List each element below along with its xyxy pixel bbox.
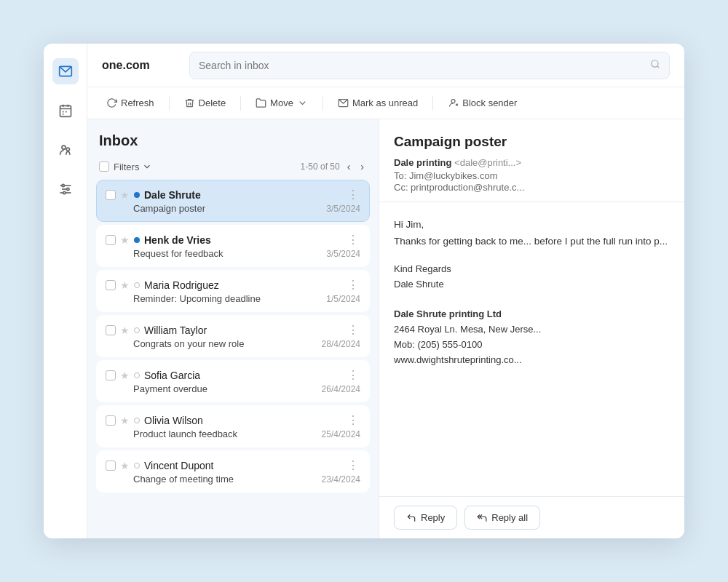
email-checkbox[interactable] [106,280,116,290]
email-checkbox[interactable] [106,190,116,200]
filter-button[interactable]: Filters [114,162,152,172]
read-dot [134,418,140,423]
email-item-top: ★ Vincent Dupont ⋮ [106,458,360,472]
svg-rect-1 [60,105,71,116]
search-bar[interactable] [189,52,670,79]
svg-point-14 [66,188,68,190]
more-options-icon[interactable]: ⋮ [346,458,360,472]
email-checkbox[interactable] [106,370,116,380]
email-checkbox[interactable] [106,325,116,335]
email-checkbox[interactable] [106,235,116,245]
filter-row: Filters 1-50 of 50 ‹ › [96,156,370,180]
sidebar-item-calendar[interactable] [52,97,79,124]
more-options-icon[interactable]: ⋮ [346,413,360,427]
unread-dot [134,237,140,243]
block-sender-label: Block sender [462,97,517,108]
email-item[interactable]: ★ Dale Shrute ⋮ Campaign poster 3/5/2024 [96,180,370,222]
email-item[interactable]: ★ William Taylor ⋮ Congrats on your new … [96,315,370,357]
email-item[interactable]: ★ Henk de Vries ⋮ Request for feedback 3… [96,225,370,267]
more-options-icon[interactable]: ⋮ [346,368,360,382]
star-icon[interactable]: ★ [120,324,130,336]
header: one.com [87,44,684,87]
email-subject-row: Congrats on your new role 28/4/2024 [106,338,360,349]
move-label: Move [270,97,293,108]
block-icon [448,97,459,108]
select-all-checkbox[interactable] [99,162,109,172]
refresh-button[interactable]: Refresh [99,94,162,112]
email-subject: Product launch feedback [133,428,237,439]
mark-unread-button[interactable]: Mark as unread [331,94,425,112]
read-dot [134,282,140,288]
read-dot [134,327,140,333]
reply-all-button[interactable]: Reply all [464,506,540,530]
email-date: 3/5/2024 [326,249,360,259]
email-checkbox[interactable] [106,461,116,471]
email-subject-row: Reminder: Upcoming deadline 1/5/2024 [106,293,360,304]
email-item-top: ★ Maria Rodriguez ⋮ [106,278,360,292]
mark-unread-label: Mark as unread [352,97,418,108]
toolbar-sep-2 [240,96,241,111]
email-date: 23/4/2024 [322,474,360,485]
toolbar: Refresh Delete Move [87,87,684,119]
next-page-button[interactable]: › [357,159,367,174]
refresh-label: Refresh [121,97,154,108]
body-content: Thanks for getting back to me... before … [394,234,670,250]
filter-left: Filters [99,162,152,172]
svg-point-13 [62,184,64,186]
email-item-top: ★ Henk de Vries ⋮ [106,233,360,247]
sidebar-item-settings[interactable] [52,176,79,202]
mark-unread-icon [338,97,349,108]
email-subject-row: Payment overdue 26/4/2024 [106,383,360,394]
sidebar-item-mail[interactable] [52,58,79,84]
search-input[interactable] [199,60,644,71]
sender-name: Dale Shrute [144,189,341,201]
star-icon[interactable]: ★ [120,415,130,426]
prev-page-button[interactable]: ‹ [344,159,354,174]
star-icon[interactable]: ★ [120,189,130,201]
move-icon [256,97,266,108]
delete-button[interactable]: Delete [177,94,234,112]
star-icon[interactable]: ★ [120,460,130,471]
email-date: 26/4/2024 [322,384,360,394]
detail-title: Campaign poster [394,134,670,150]
email-item[interactable]: ★ Olivia Wilson ⋮ Product launch feedbac… [96,405,370,447]
sidebar-item-contacts[interactable] [52,137,79,163]
email-date: 25/4/2024 [322,429,360,439]
more-options-icon[interactable]: ⋮ [346,278,360,292]
svg-line-17 [657,65,660,68]
reply-all-icon [477,513,487,523]
email-date: 1/5/2024 [326,294,360,304]
more-options-icon[interactable]: ⋮ [346,233,360,247]
email-subject-row: Campaign poster 3/5/2024 [106,203,360,214]
email-item-top: ★ Dale Shrute ⋮ [106,188,360,202]
email-item[interactable]: ★ Maria Rodriguez ⋮ Reminder: Upcoming d… [96,270,370,312]
detail-body: Hi Jim, Thanks for getting back to me...… [379,202,684,496]
move-button[interactable]: Move [248,94,315,112]
detail-cc: Cc: printproduction@shrute.c... [394,182,670,193]
star-icon[interactable]: ★ [120,234,130,246]
block-sender-button[interactable]: Block sender [440,94,524,112]
sig-mob: Mob: (205) 555-0100 [394,338,670,353]
email-item[interactable]: ★ Sofia Garcia ⋮ Payment overdue 26/4/20… [96,360,370,402]
detail-signature: Kind Regards Dale Shrute Dale Shrute pri… [394,262,670,368]
svg-point-15 [63,191,65,194]
sender-name: Vincent Dupont [144,460,341,471]
more-options-icon[interactable]: ⋮ [346,323,360,337]
delete-label: Delete [199,97,226,108]
detail-to: To: Jim@luckybikes.com [394,170,670,181]
more-options-icon[interactable]: ⋮ [346,188,360,202]
email-item[interactable]: ★ Vincent Dupont ⋮ Change of meeting tim… [96,450,370,493]
reply-button[interactable]: Reply [394,506,457,530]
detail-footer: Reply Reply all [379,496,684,538]
content-area: Inbox Filters 1-50 of 50 ‹ [87,119,684,538]
star-icon[interactable]: ★ [120,279,130,291]
body-greeting: Hi Jim, [394,217,670,234]
email-checkbox[interactable] [106,415,116,426]
svg-point-19 [451,100,455,103]
search-icon [650,59,660,72]
svg-point-16 [652,60,658,66]
star-icon[interactable]: ★ [120,370,130,381]
detail-from-name: Dale printing [394,157,451,168]
chevron-down-icon [297,97,308,108]
email-item-top: ★ William Taylor ⋮ [106,323,360,337]
